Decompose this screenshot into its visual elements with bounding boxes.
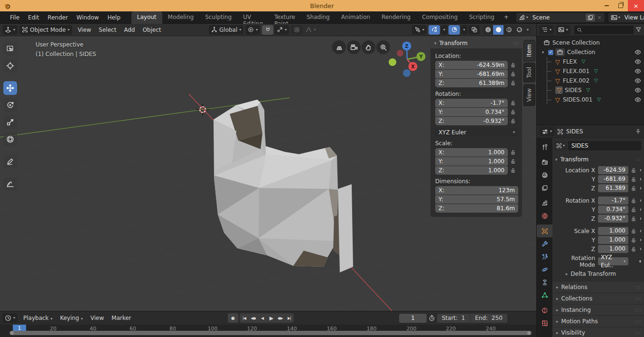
properties-editor-type[interactable]: ▾	[540, 127, 554, 136]
tab-texture-paint[interactable]: Texture Paint	[269, 11, 301, 24]
frame-end-field[interactable]: End:250	[470, 314, 507, 323]
tab-output-props[interactable]	[537, 168, 552, 181]
stopwatch-icon[interactable]	[429, 315, 435, 321]
drag-handle-icon[interactable]: ∷∷	[636, 157, 641, 162]
section-collections[interactable]: ▸Collections∷∷	[552, 293, 644, 304]
tab-material-props[interactable]	[537, 304, 552, 317]
lock-button[interactable]	[508, 100, 518, 106]
menu-object[interactable]: Object	[139, 27, 165, 33]
animate-dot[interactable]	[640, 208, 641, 211]
dimensions-z-field[interactable]: Z:81.6m	[435, 204, 518, 213]
menu-help[interactable]: Help	[103, 14, 124, 21]
rotation-mode-dropdown[interactable]: XYZ Eul..▾	[598, 257, 628, 265]
jump-to-end-button[interactable]: ▶|	[285, 313, 294, 323]
lock-button[interactable]	[508, 71, 518, 77]
outliner-row-scene-collection[interactable]: Scene Collection	[537, 38, 644, 47]
pivot-point-dropdown[interactable]: ▾	[245, 25, 260, 35]
animate-dot[interactable]	[640, 248, 641, 250]
lock-button[interactable]	[508, 159, 518, 164]
outliner-row-collection[interactable]: ▾ ✓ Collection	[537, 47, 644, 57]
animate-dot[interactable]	[640, 178, 641, 180]
show-gizmos-toggle[interactable]	[429, 25, 440, 35]
scale-y-field[interactable]: 1.000	[598, 236, 628, 244]
show-gizmo-dropdown[interactable]: ▾	[412, 25, 427, 35]
next-keyframe-button[interactable]: ◆▶	[276, 313, 285, 323]
transform-panel-title[interactable]: Transform	[560, 156, 589, 163]
tab-constraint-props[interactable]	[537, 276, 552, 289]
lock-button[interactable]	[631, 246, 636, 252]
rotation-z-field[interactable]: Z:-0.932°	[435, 117, 508, 125]
new-scene-button[interactable]	[586, 14, 595, 21]
lock-button[interactable]	[631, 177, 636, 182]
lock-button[interactable]	[631, 228, 636, 234]
add-workspace-button[interactable]: +	[500, 11, 513, 24]
tab-sculpting[interactable]: Sculpting	[199, 11, 237, 24]
menu-select[interactable]: Select	[95, 27, 120, 33]
lock-button[interactable]	[508, 150, 518, 155]
timeline-editor-type[interactable]: ▾	[2, 313, 18, 323]
tool-measure[interactable]	[3, 177, 17, 191]
lock-button[interactable]	[508, 62, 518, 68]
outliner-row-sides-active[interactable]: ▽ SIDES ▽	[537, 85, 644, 95]
eye-icon[interactable]	[635, 68, 641, 75]
tab-tool-props[interactable]	[537, 140, 552, 153]
outliner-row-flex-002[interactable]: ▽ FLEX.002 ▽	[537, 76, 644, 85]
menu-add[interactable]: Add	[120, 27, 139, 33]
location-z-field[interactable]: 61.389	[598, 184, 628, 192]
location-z-field[interactable]: Z:61.389m	[435, 79, 508, 87]
location-y-field[interactable]: -681.69	[598, 175, 628, 183]
tab-object-props[interactable]	[537, 225, 552, 237]
rotation-x-field[interactable]: X:-1.7°	[435, 99, 508, 107]
menu-edit[interactable]: Edit	[24, 14, 43, 21]
proportional-edit-toggle[interactable]	[291, 25, 302, 35]
scale-y-field[interactable]: Y:1.000	[435, 157, 508, 166]
npanel-transform-title[interactable]: Transform	[439, 40, 468, 47]
gizmo-neg-y[interactable]	[389, 58, 396, 66]
menu-window[interactable]: Window	[72, 14, 103, 21]
dimensions-y-field[interactable]: Y:57.5m	[435, 195, 518, 204]
object-id-browse[interactable]: ▾	[554, 141, 567, 150]
tab-animation[interactable]: Animation	[336, 11, 376, 24]
collapse-icon[interactable]: ▾	[434, 41, 437, 46]
collection-checkbox[interactable]: ✓	[548, 50, 553, 55]
object-name-field[interactable]: SIDES	[568, 141, 641, 150]
scene-browse-button[interactable]: ▾	[517, 14, 530, 21]
snap-toggle[interactable]	[262, 25, 273, 35]
tool-rotate[interactable]	[3, 98, 17, 112]
toggle-perspective-button[interactable]	[332, 40, 346, 54]
show-overlays-toggle[interactable]	[448, 25, 460, 35]
view-layer-name[interactable]: View Layer	[622, 14, 644, 21]
view-layer-browse-button[interactable]: ▾	[609, 14, 622, 21]
menu-playback[interactable]: Playback ▾	[19, 315, 56, 321]
lock-button[interactable]	[631, 168, 636, 173]
delta-transform-panel[interactable]: ▸ Delta Transform	[566, 271, 641, 277]
lock-button[interactable]	[631, 207, 636, 213]
gizmos-dropdown[interactable]: ▾	[441, 25, 448, 35]
tab-data-props[interactable]	[537, 289, 552, 301]
section-relations[interactable]: ▸Relations∷∷	[552, 282, 644, 292]
animate-dot[interactable]	[640, 187, 641, 189]
tab-texture-props[interactable]	[537, 317, 552, 329]
rotation-z-field[interactable]: -0.932°	[598, 215, 628, 223]
animate-dot[interactable]	[640, 199, 641, 202]
timeline-scrollbar[interactable]	[9, 331, 532, 335]
mode-dropdown[interactable]: Object Mode ▾	[19, 25, 72, 35]
scene-name[interactable]: Scene	[530, 14, 586, 21]
outliner-display-mode[interactable]: ▾	[539, 25, 554, 35]
scale-x-field[interactable]: 1.000	[598, 227, 628, 235]
maximize-button[interactable]	[614, 0, 628, 11]
unlink-scene-button[interactable]: ×	[595, 14, 604, 21]
animate-dot[interactable]	[639, 260, 641, 262]
location-x-field[interactable]: X:-624.59m	[435, 61, 508, 69]
lock-button[interactable]	[508, 80, 518, 86]
tab-modeling[interactable]: Modeling	[162, 11, 200, 24]
menu-file[interactable]: File	[6, 14, 24, 21]
lock-button[interactable]	[508, 118, 518, 124]
outliner-row-flex[interactable]: ▽ FLEX ▽	[537, 57, 644, 66]
camera-view-button[interactable]	[347, 40, 361, 54]
tab-scripting[interactable]: Scripting	[463, 11, 500, 24]
eye-icon[interactable]	[635, 58, 641, 65]
menu-view[interactable]: View	[74, 27, 95, 33]
shading-wireframe-button[interactable]	[483, 25, 493, 35]
location-x-field[interactable]: -624.59	[598, 166, 628, 174]
